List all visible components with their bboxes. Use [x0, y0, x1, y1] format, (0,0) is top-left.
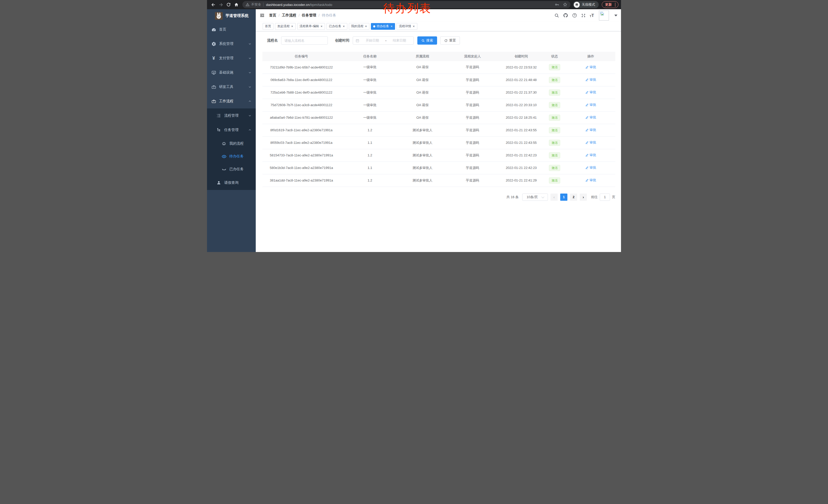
tab[interactable]: 已办任务 ×: [327, 23, 347, 30]
sidebar-item-process-management[interactable]: 流程管理: [207, 108, 256, 123]
approve-link[interactable]: 审批: [585, 102, 596, 107]
page-url[interactable]: dashboard.yudao.iocoder.cn/bpm/task/todo: [266, 3, 332, 7]
browser-reload-icon[interactable]: [225, 1, 232, 8]
approve-link[interactable]: 审批: [585, 78, 596, 82]
tab[interactable]: 我的流程 ×: [349, 23, 370, 30]
avatar[interactable]: [599, 10, 609, 20]
create-time-label: 创建时间: [335, 38, 349, 43]
password-key-icon[interactable]: [554, 2, 559, 7]
tab[interactable]: 流程详情 ×: [397, 23, 417, 30]
list-tree-icon: [216, 113, 221, 118]
page-button-2[interactable]: 2: [570, 193, 577, 201]
process-name-input[interactable]: [281, 36, 328, 45]
status-badge: 激活: [549, 89, 560, 96]
starter-cell: 芋道源码: [446, 86, 499, 99]
browser-forward-icon[interactable]: [217, 1, 224, 8]
chevron-up-icon: [248, 129, 251, 132]
tab[interactable]: 流程表单-编辑 ×: [297, 23, 325, 30]
sidebar-item-my-process[interactable]: 我的流程: [207, 137, 256, 150]
close-icon[interactable]: ×: [365, 25, 367, 28]
browser-back-icon[interactable]: [210, 1, 217, 8]
approve-link[interactable]: 审批: [585, 140, 596, 145]
pagination: 共 16 条 10条/页 ‹ 1 2 › 前往 页: [256, 193, 615, 201]
reset-button[interactable]: 重置: [440, 36, 460, 45]
page-size-select[interactable]: 10条/页: [522, 193, 548, 201]
breadcrumb-home[interactable]: 首页: [269, 13, 276, 18]
calendar-icon: [356, 39, 359, 43]
status-badge: 激活: [549, 152, 560, 158]
start-date-placeholder[interactable]: 开始日期: [361, 38, 384, 43]
approve-link[interactable]: 审批: [585, 90, 596, 95]
sidebar-collapse-icon[interactable]: [259, 12, 265, 18]
sidebar-item-home[interactable]: 首页: [207, 22, 256, 37]
tags-view: 首页 发起流程 × 流程表单-编辑 ×: [256, 21, 621, 31]
sidebar-item-leave-query[interactable]: 请假查询: [207, 176, 256, 190]
end-date-placeholder[interactable]: 结束日期: [388, 38, 411, 43]
eye-closed-icon: [221, 167, 226, 172]
search-icon[interactable]: [554, 13, 559, 18]
table-row: 75d72608-7b7f-11ec-a3c8-acde48001122 一级审…: [262, 99, 615, 111]
starter-cell: 芋道源码: [446, 149, 499, 162]
security-label[interactable]: 不安全: [251, 2, 261, 7]
status-badge: 激活: [549, 165, 560, 171]
tab[interactable]: 发起流程 ×: [275, 23, 296, 30]
table-row: 069c6a63-7b8a-11ec-8ef0-acde48001122 一级审…: [262, 74, 615, 86]
close-icon[interactable]: ×: [342, 25, 345, 28]
close-icon[interactable]: ×: [291, 25, 293, 28]
font-size-icon[interactable]: TT: [590, 13, 594, 18]
search-button[interactable]: 搜索: [417, 36, 437, 45]
breadcrumb-current: 待办任务: [322, 13, 336, 18]
tab[interactable]: 待办任务 ×: [371, 23, 395, 30]
fullscreen-icon[interactable]: [581, 13, 586, 18]
sidebar-item-todo-tasks[interactable]: 待办任务: [207, 150, 256, 163]
close-icon[interactable]: ×: [320, 25, 323, 28]
approve-link[interactable]: 审批: [585, 115, 596, 120]
app-logo[interactable]: 芋道管理系统: [207, 9, 256, 22]
approve-link[interactable]: 审批: [585, 128, 596, 132]
task-id-cell: 381aa1dd-7ac8-11ec-a9e2-a2380e71991a: [262, 174, 340, 187]
sidebar-item-payment[interactable]: ¥ 支付管理: [207, 51, 256, 65]
date-range-input[interactable]: 开始日期 - 结束日期: [353, 36, 414, 45]
approve-link[interactable]: 审批: [585, 153, 596, 157]
github-icon[interactable]: [563, 13, 568, 18]
prev-page-button[interactable]: ‹: [550, 193, 557, 201]
sidebar-item-done-tasks[interactable]: 已办任务: [207, 163, 256, 176]
approve-link[interactable]: 审批: [585, 165, 596, 170]
goto-label: 前往: [591, 195, 598, 199]
page-button-1[interactable]: 1: [560, 193, 567, 201]
next-page-button[interactable]: ›: [580, 193, 587, 201]
workflow-submenu: 流程管理 任务管理: [207, 108, 256, 190]
help-icon[interactable]: [572, 13, 577, 18]
sidebar-item-task-management[interactable]: 任务管理: [207, 123, 256, 137]
close-icon[interactable]: ×: [390, 25, 393, 28]
breadcrumb-task-management[interactable]: 任务管理: [302, 13, 316, 18]
sidebar-item-workflow[interactable]: 工作流程: [207, 94, 256, 108]
approve-link[interactable]: 审批: [585, 178, 596, 183]
browser-menu-icon[interactable]: [614, 3, 616, 6]
avatar-dropdown-caret-icon[interactable]: [614, 15, 617, 16]
status-badge: 激活: [549, 177, 560, 184]
goto-page-input[interactable]: [600, 193, 610, 201]
toolbox-icon: [211, 85, 216, 89]
process-cell: OA 请假: [399, 111, 446, 124]
address-bar[interactable]: 不安全 dashboard.yudao.iocoder.cn/bpm/task/…: [242, 1, 571, 8]
incognito-icon: [574, 2, 580, 8]
close-icon[interactable]: ×: [412, 25, 415, 28]
bookmark-star-icon[interactable]: [563, 2, 567, 7]
approve-link[interactable]: 审批: [585, 65, 596, 70]
sidebar-item-infrastructure[interactable]: 基础设施: [207, 65, 256, 80]
breadcrumb-workflow[interactable]: 工作流程: [282, 13, 296, 18]
monitor-icon: [211, 70, 216, 75]
not-secure-warning-icon: [245, 3, 250, 7]
eye-open-icon: [221, 154, 226, 159]
browser-home-icon[interactable]: [233, 1, 240, 8]
tab[interactable]: 首页: [263, 23, 274, 30]
col-create-time: 创建时间: [499, 52, 543, 61]
status-badge: 激活: [549, 127, 560, 133]
task-name-cell: 1.1: [340, 162, 399, 174]
sidebar-item-system[interactable]: 系统管理: [207, 37, 256, 51]
incognito-badge: 无痕模式: [573, 1, 599, 8]
screen: 不安全 dashboard.yudao.iocoder.cn/bpm/task/…: [207, 0, 621, 252]
sidebar-item-dev-tools[interactable]: 研发工具: [207, 80, 256, 94]
browser-update-button[interactable]: 更新: [602, 1, 618, 8]
